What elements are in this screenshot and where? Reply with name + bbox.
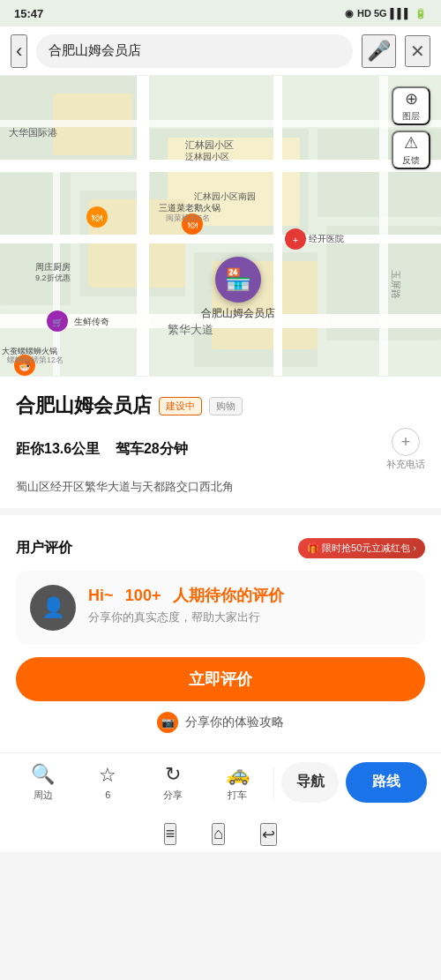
svg-text:汇林园小区南园: 汇林园小区南园	[194, 191, 256, 201]
info-panel: 合肥山姆会员店 建设中 购物 距你13.6公里 驾车28分钟 + 补充电话 蜀山…	[0, 376, 441, 526]
section-divider	[0, 508, 441, 515]
search-query: 合肥山姆会员店	[49, 42, 141, 59]
svg-text:螺蛳粉榜第12名: 螺蛳粉榜第12名	[7, 355, 64, 364]
review-btn-label: 立即评价	[189, 670, 252, 688]
status-bar: 15:47 ◉ HD 5G ▌▌▌ 🔋	[0, 0, 441, 26]
share-icon: ↻	[165, 763, 181, 786]
layers-button[interactable]: ⊕ 图层	[392, 86, 430, 125]
svg-text:+: +	[293, 235, 298, 245]
svg-text:闽菜榜第5名: 闽菜榜第5名	[166, 213, 210, 222]
store-marker-label: 合肥山姆会员店	[201, 306, 275, 321]
svg-text:经开医院: 经开医院	[309, 234, 344, 243]
review-subtext: 分享你的真实态度，帮助大家出行	[88, 610, 284, 625]
add-phone-label: 补充电话	[386, 458, 425, 471]
map-view[interactable]: 繁华大道 玉屏路 🍽 周庄厨房 9.2折优惠 🛒 生鲜传奇 🍽 三道菜老鹅火锅 …	[0, 76, 441, 376]
svg-text:周庄厨房: 周庄厨房	[35, 262, 71, 272]
back-nav-icon: ↩	[262, 826, 275, 843]
svg-text:大华国际港: 大华国际港	[9, 127, 57, 138]
share-guide-icon: 📷	[157, 712, 178, 733]
share-guide-text: 分享你的体验攻略	[185, 714, 284, 730]
feedback-icon: ⚠	[404, 133, 418, 153]
nearby-icon: 🔍	[31, 763, 55, 786]
search-bar: ‹ 合肥山姆会员店 🎤 ✕	[0, 26, 441, 76]
review-heading: Hi~ 100+ 人期待你的评价	[88, 585, 284, 606]
badge-construction: 建设中	[159, 397, 202, 415]
distance-info: 距你13.6公里 驾车28分钟	[16, 440, 188, 459]
favorite-button[interactable]: ☆ 6	[78, 764, 136, 800]
route-label: 路线	[372, 774, 400, 789]
review-title: 用户评价	[16, 539, 72, 557]
store-address: 蜀山区经开区繁华大道与天都路交口西北角	[16, 478, 425, 496]
svg-rect-12	[0, 160, 441, 172]
map-controls: ⊕ 图层 ⚠ 反馈	[392, 86, 430, 169]
svg-text:大蚕螺螺蛳火锅: 大蚕螺螺蛳火锅	[2, 347, 57, 355]
status-indicators: ◉ HD 5G ▌▌▌ 🔋	[345, 8, 427, 19]
search-input[interactable]: 合肥山姆会员店	[36, 34, 353, 68]
svg-rect-16	[137, 76, 149, 376]
add-phone-button[interactable]: + 补充电话	[386, 428, 425, 471]
action-bar: 🔍 周边 ☆ 6 ↻ 分享 🚕 打车 导航 路线	[0, 752, 441, 820]
coupon-button[interactable]: 🎁 限时抢50元立减红包 ›	[298, 538, 425, 558]
menu-icon: ≡	[166, 825, 176, 842]
badge-shopping: 购物	[209, 397, 243, 415]
svg-text:生鲜传奇: 生鲜传奇	[74, 317, 109, 326]
navigate-button[interactable]: 导航	[281, 762, 339, 803]
review-content: Hi~ 100+ 人期待你的评价 分享你的真实态度，帮助大家出行	[88, 585, 284, 625]
mic-button[interactable]: 🎤	[362, 34, 396, 68]
review-button[interactable]: 立即评价	[16, 657, 425, 701]
store-title-row: 合肥山姆会员店 建设中 购物	[16, 393, 425, 419]
close-button[interactable]: ✕	[405, 35, 430, 67]
svg-text:9.2折优惠: 9.2折优惠	[35, 273, 71, 282]
svg-text:🍽: 🍽	[92, 212, 102, 224]
svg-rect-13	[0, 235, 441, 243]
review-count: 100+	[125, 587, 161, 604]
system-bar: ≡ ⌂ ↩	[0, 820, 441, 852]
drive-time: 驾车28分钟	[116, 441, 188, 456]
menu-button[interactable]: ≡	[164, 823, 177, 845]
review-section: 用户评价 🎁 限时抢50元立减红包 › 👤 Hi~ 100+ 人期待你的评价 分…	[0, 526, 441, 752]
share-label: 分享	[163, 789, 183, 802]
call-to-action: 人期待你的评价	[173, 587, 284, 604]
back-button[interactable]: ‹	[11, 34, 27, 68]
review-card: 👤 Hi~ 100+ 人期待你的评价 分享你的真实态度，帮助大家出行	[16, 571, 425, 645]
taxi-icon: 🚕	[226, 763, 250, 786]
taxi-label: 打车	[228, 789, 247, 802]
favorite-count: 6	[105, 789, 110, 800]
home-button[interactable]: ⌂	[212, 823, 225, 845]
star-icon: ☆	[99, 764, 116, 787]
taxi-button[interactable]: 🚕 打车	[208, 763, 265, 802]
svg-rect-17	[273, 76, 282, 376]
distance-km: 距你13.6公里	[16, 441, 100, 456]
greeting-text: Hi~	[88, 587, 114, 604]
svg-rect-18	[379, 76, 388, 376]
action-bar-divider	[273, 767, 274, 798]
feedback-button[interactable]: ⚠ 反馈	[392, 131, 430, 169]
svg-text:汇林园小区: 汇林园小区	[185, 139, 234, 150]
review-header: 用户评价 🎁 限时抢50元立减红包 ›	[16, 538, 425, 558]
svg-text:泛林园小区: 泛林园小区	[185, 152, 229, 161]
nearby-button[interactable]: 🔍 周边	[14, 763, 71, 802]
nearby-label: 周边	[34, 789, 53, 802]
svg-text:🛒: 🛒	[52, 317, 64, 328]
coupon-text: 限时抢50元立减红包	[322, 542, 410, 555]
store-marker-icon: 🏪	[215, 257, 261, 303]
coupon-arrow-icon: ›	[413, 542, 416, 553]
svg-text:繁华大道: 繁华大道	[168, 323, 213, 336]
route-button[interactable]: 路线	[346, 762, 427, 803]
share-button[interactable]: ↻ 分享	[144, 763, 201, 802]
navigate-label: 导航	[296, 774, 325, 789]
main-store-marker[interactable]: 🏪 合肥山姆会员店	[201, 257, 275, 321]
share-guide[interactable]: 📷 分享你的体验攻略	[16, 712, 425, 733]
home-icon: ⌂	[213, 825, 223, 842]
svg-text:三道菜老鹅火锅: 三道菜老鹅火锅	[159, 203, 220, 213]
store-name: 合肥山姆会员店	[16, 393, 152, 419]
layers-label: 图层	[402, 110, 420, 123]
layers-icon: ⊕	[405, 89, 418, 108]
svg-text:玉屏路: 玉屏路	[391, 270, 401, 299]
back-nav-button[interactable]: ↩	[260, 823, 277, 846]
coupon-icon: 🎁	[307, 542, 319, 554]
feedback-label: 反馈	[402, 154, 420, 167]
avatar: 👤	[30, 585, 76, 631]
svg-rect-15	[0, 120, 441, 127]
distance-row: 距你13.6公里 驾车28分钟 + 补充电话	[16, 428, 425, 471]
